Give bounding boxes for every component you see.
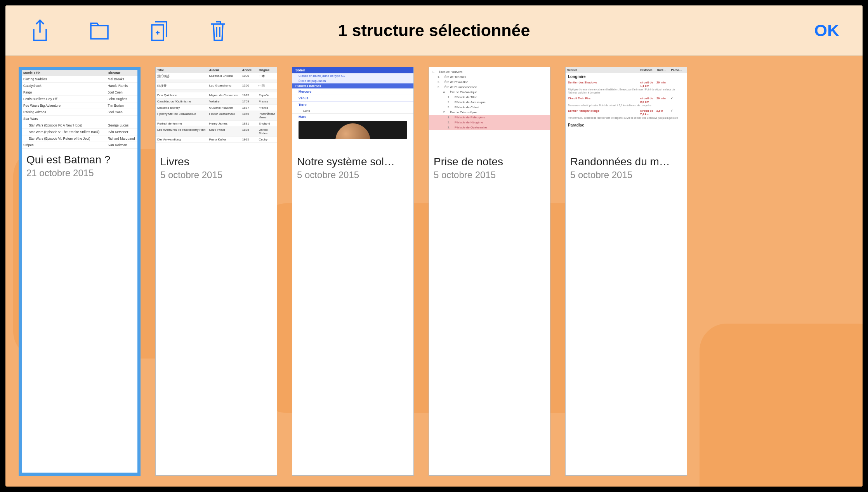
document-card[interactable]: 1.Ères de l'Univers1.Ère de Tenebes2.Ère… bbox=[429, 67, 550, 476]
thumb-text: Classé en naine jaune de type G2 bbox=[292, 73, 413, 78]
card-info: Qui est Batman ? 21 octobre 2015 bbox=[22, 150, 137, 183]
col-header: Année bbox=[242, 68, 259, 72]
card-info: Randonnées du m… 5 octobre 2015 bbox=[566, 152, 687, 185]
thumb-subitem: Lune bbox=[292, 108, 413, 114]
document-title: Randonnées du m… bbox=[570, 156, 682, 168]
ok-button[interactable]: OK bbox=[814, 21, 840, 40]
col-header: Auteur bbox=[209, 68, 242, 72]
card-info: Prise de notes 5 octobre 2015 bbox=[429, 152, 550, 185]
thumb-group: Paradise bbox=[566, 121, 687, 129]
toolbar-actions bbox=[29, 18, 229, 43]
document-date: 5 octobre 2015 bbox=[160, 170, 272, 180]
document-title: Qui est Batman ? bbox=[26, 154, 133, 166]
trash-icon[interactable] bbox=[207, 18, 229, 43]
document-card[interactable]: Sentier Distance Duré… Parco… Longmire S… bbox=[565, 67, 687, 476]
app-frame: 1 structure sélectionnée OK Movie TitleD… bbox=[5, 5, 863, 487]
col-header: Movie Title bbox=[23, 71, 108, 75]
document-card[interactable]: Soleil Classé en naine jaune de type G2 … bbox=[292, 67, 414, 476]
col-header: Distance bbox=[640, 68, 657, 72]
col-header: Titre bbox=[157, 68, 209, 72]
thumb-text: Étoile de population I bbox=[292, 78, 413, 83]
document-date: 5 octobre 2015 bbox=[297, 170, 409, 180]
col-header: Sentier bbox=[567, 68, 640, 72]
col-header: Parco… bbox=[671, 68, 685, 72]
document-title: Notre système sol… bbox=[297, 156, 409, 168]
thumb-section: Planètes internes bbox=[292, 83, 413, 88]
page-title: 1 structure sélectionnée bbox=[338, 21, 530, 40]
thumb-group: Longmire bbox=[566, 73, 687, 80]
thumb-item: Vénus bbox=[292, 95, 413, 102]
toolbar: 1 structure sélectionnée OK bbox=[5, 5, 863, 56]
document-thumbnail: Movie TitleDirector Blazing SaddlesMel B… bbox=[22, 70, 137, 150]
document-thumbnail: Sentier Distance Duré… Parco… Longmire S… bbox=[566, 67, 687, 152]
document-thumbnail: Titre Auteur Année Origine 源氏物語Murasaki … bbox=[156, 67, 277, 152]
thumb-item: Mars bbox=[292, 114, 413, 120]
document-date: 5 octobre 2015 bbox=[434, 170, 545, 180]
document-card[interactable]: Movie TitleDirector Blazing SaddlesMel B… bbox=[19, 67, 141, 476]
document-thumbnail: Soleil Classé en naine jaune de type G2 … bbox=[292, 67, 413, 152]
duplicate-icon[interactable] bbox=[148, 18, 170, 43]
thumb-item: Mercure bbox=[292, 88, 413, 95]
card-info: Livres 5 octobre 2015 bbox=[156, 152, 277, 185]
bg-decoration bbox=[700, 324, 863, 487]
document-title: Livres bbox=[160, 156, 272, 168]
col-header: Director bbox=[108, 71, 121, 75]
share-icon[interactable] bbox=[29, 18, 51, 43]
document-title: Prise de notes bbox=[434, 156, 545, 168]
document-date: 5 octobre 2015 bbox=[570, 170, 682, 180]
col-header: Duré… bbox=[657, 68, 671, 72]
thumb-item: Terre bbox=[292, 102, 413, 108]
document-thumbnail: 1.Ères de l'Univers1.Ère de Tenebes2.Ère… bbox=[429, 67, 550, 152]
thumb-header: Soleil bbox=[292, 67, 413, 73]
col-header: Origine bbox=[259, 68, 275, 72]
thumb-image bbox=[299, 121, 407, 139]
card-info: Notre système sol… 5 octobre 2015 bbox=[292, 152, 413, 185]
folder-icon[interactable] bbox=[88, 18, 111, 43]
document-card[interactable]: Titre Auteur Année Origine 源氏物語Murasaki … bbox=[155, 67, 277, 476]
documents-grid: Movie TitleDirector Blazing SaddlesMel B… bbox=[5, 56, 863, 487]
document-date: 21 octobre 2015 bbox=[26, 168, 133, 178]
